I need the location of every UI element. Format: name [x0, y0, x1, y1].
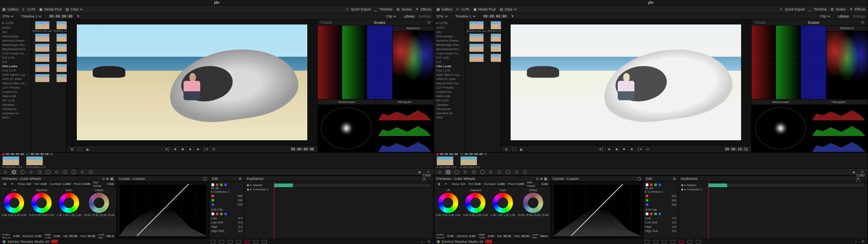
viewer-canvas[interactable] — [501, 19, 752, 145]
sc-r-swatch[interactable] — [215, 212, 219, 216]
lift-values[interactable]: 0.000.000.000.00 — [2, 214, 27, 216]
pointer-tool[interactable] — [510, 14, 515, 19]
sidebar-item[interactable]: Marron Film Color Grades — [437, 81, 463, 85]
edit-b-swatch[interactable] — [658, 183, 662, 186]
page-edit-button[interactable] — [227, 240, 233, 244]
sidebar-item[interactable]: ACES — [2, 26, 28, 30]
page-deliver-button[interactable] — [261, 240, 267, 244]
page-fairlight-button[interactable] — [253, 240, 259, 244]
sidebar-item[interactable]: Arri — [437, 30, 463, 34]
keyframe-tree-item[interactable]: ◆▸Corrector 1 — [247, 187, 274, 192]
sc-b-swatch[interactable] — [658, 212, 662, 216]
sidebar-item[interactable]: Arri — [2, 30, 28, 34]
window-palette-button[interactable] — [36, 169, 43, 175]
timeline-clip[interactable]: 00:00:00:00 H.265 Main L5.0 — [2, 153, 24, 169]
sc-r-swatch[interactable] — [650, 212, 653, 216]
edit-y-swatch[interactable] — [211, 183, 215, 186]
offset-values[interactable]: 25.0025.0025.0025.00 — [84, 214, 114, 216]
luts-toggle[interactable]: ≡LUTs — [23, 7, 36, 11]
sidebar-item[interactable]: Lustrex EX — [2, 90, 28, 94]
auto-balance-icon[interactable]: ✶ — [10, 182, 14, 186]
media-pool-toggle[interactable]: ▣Media Pool — [39, 7, 62, 11]
lut-thumbnail[interactable]: REWINA_0D1 wav — [467, 21, 487, 32]
scopes-tab-scopes[interactable]: Scopes — [808, 21, 819, 24]
bypass-button[interactable]: ⊘ — [70, 147, 74, 152]
sidebar-item[interactable]: Panasonic — [437, 107, 463, 111]
scopes-tab-parade[interactable]: Parade — [755, 21, 766, 24]
library-tab[interactable]: Library — [404, 14, 415, 18]
last-frame-button[interactable]: │ — [204, 147, 208, 152]
loop-button[interactable] — [211, 147, 216, 152]
lift-values[interactable]: 0.000.000.000.00 — [436, 214, 461, 216]
sidebar-item[interactable]: Fine LUTs — [2, 68, 28, 73]
scopes-tab-parade[interactable]: Parade — [321, 21, 332, 24]
sc-g-swatch[interactable] — [220, 212, 223, 216]
page-color-button[interactable] — [678, 240, 684, 244]
nodes-toggle[interactable]: ⊞Nodes — [831, 7, 846, 11]
vectorscope[interactable] — [752, 105, 809, 152]
timeline-toggle[interactable]: ⎯Timeline — [809, 7, 827, 11]
sidebar-item[interactable]: Olympus — [2, 103, 28, 107]
sc-y-swatch[interactable] — [645, 212, 649, 216]
timeline-toggle[interactable]: ⎯Timeline — [374, 7, 393, 11]
offset-values[interactable]: 25.0025.0025.0025.00 — [518, 214, 548, 216]
gain-values[interactable]: 1.001.001.001.00 — [57, 214, 81, 216]
timeline-name[interactable]: Timeline 1 — [456, 14, 476, 18]
lut-thumbnail[interactable] — [467, 54, 487, 63]
page-fusion-button[interactable] — [670, 240, 676, 244]
sidebar-item[interactable]: Color Guide Control Looks — [437, 51, 463, 56]
gamma-color-wheel[interactable] — [31, 193, 52, 213]
offset-color-wheel[interactable] — [523, 193, 543, 213]
lut-thumbnail[interactable] — [33, 54, 52, 63]
wheels-palette-button[interactable] — [11, 169, 17, 175]
auto-balance-icon[interactable]: ✶ — [444, 182, 448, 186]
clips-toggle[interactable]: ▤Clips — [66, 7, 83, 11]
gallery-toggle[interactable]: ▦Gallery — [2, 7, 19, 11]
playhead[interactable] — [708, 181, 865, 239]
sidebar-item[interactable]: Blackmagic Design — [2, 43, 28, 47]
curves-editor[interactable] — [551, 181, 643, 239]
playhead[interactable] — [274, 181, 431, 239]
lift-color-wheel[interactable] — [438, 193, 458, 213]
keyframe-tree-item[interactable]: ◆▸Corrector 1 — [681, 187, 708, 192]
play-button[interactable] — [622, 147, 627, 152]
kf-mode-dropdown[interactable]: Color — [856, 173, 865, 180]
sidebar-item[interactable]: Astrodesign — [2, 34, 28, 38]
clip-mode-dropdown[interactable]: Clip — [386, 14, 397, 18]
qualifier-palette-button[interactable] — [28, 169, 34, 175]
tracker-palette-button[interactable] — [45, 169, 51, 175]
gain-values[interactable]: 1.001.001.001.00 — [490, 214, 515, 216]
keyframe-mode-button[interactable]: ◆ — [417, 169, 423, 175]
lut-thumbnail[interactable] — [33, 44, 52, 52]
offset-color-wheel[interactable] — [89, 193, 109, 213]
effects-toggle[interactable]: ✦Effects — [850, 7, 865, 11]
blur-palette-button[interactable] — [54, 169, 60, 175]
edit-g-swatch[interactable] — [654, 183, 657, 186]
gain-color-wheel[interactable] — [59, 193, 79, 213]
link-icon[interactable]: ⊘ — [239, 177, 242, 181]
gamma-values[interactable]: 0.000.000.000.00 — [463, 214, 488, 216]
zoom-dropdown[interactable]: 37% — [437, 14, 448, 18]
3d-palette-button[interactable] — [79, 169, 85, 175]
sidebar-item[interactable]: Olympus — [437, 103, 463, 107]
page-media-button[interactable] — [210, 240, 216, 244]
sidebar-item[interactable]: Fine LUTs — [437, 68, 463, 73]
sidebar-item[interactable]: MT LUTs — [2, 98, 28, 103]
edit-y-swatch[interactable] — [645, 183, 649, 186]
sidebar-item[interactable]: Astrodesign — [437, 34, 463, 38]
sc-y-swatch[interactable] — [211, 212, 215, 216]
sidebar-item[interactable]: RED — [2, 115, 28, 120]
curves-mode-icons[interactable]: ◯ — [203, 177, 207, 181]
settings-tab[interactable]: Settings — [852, 14, 865, 18]
sidebar-item[interactable]: HDR Hybrid Log Gamma — [437, 73, 463, 77]
link-icon[interactable]: ⊘ — [673, 177, 676, 181]
sidebar-item[interactable]: DJI LUTs — [2, 56, 28, 60]
edit-r-swatch[interactable] — [215, 183, 219, 186]
scopes-settings-icon[interactable] — [427, 21, 431, 24]
sidebar-item[interactable]: DJI — [2, 60, 28, 64]
sidebar-item[interactable]: Panasonic — [2, 107, 28, 111]
sidebar-item[interactable]: MetroLAB — [2, 94, 28, 98]
clip-mode-dropdown[interactable]: Clip — [820, 14, 830, 18]
page-color-button[interactable] — [244, 240, 250, 244]
window-palette-button[interactable] — [471, 169, 477, 175]
